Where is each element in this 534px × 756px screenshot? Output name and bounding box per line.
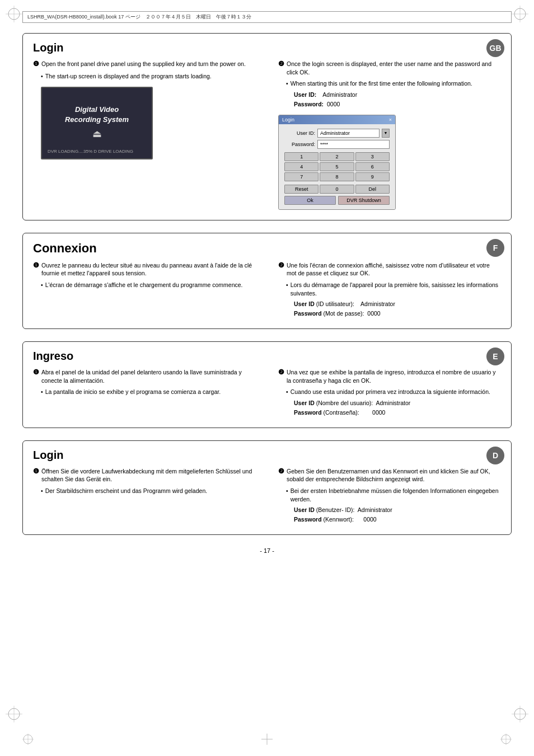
section-title-connexion-f: Connexion F (33, 241, 501, 256)
dvr-loading-bar: DVR LOADING....35% D DRIVE LOADING (48, 149, 146, 154)
step1-login-gb: ❶ Open the front panel drive panel using… (33, 60, 256, 69)
lang-badge-e: E (486, 348, 504, 365)
col-right-login-gb: ❷ Once the login screen is displayed, en… (273, 60, 501, 210)
login-dialog: Login × User ID: Administrator ▼ Passwo (278, 115, 396, 210)
bullet-dot-right: • (286, 79, 288, 88)
login-userid-row: User ID: Administrator ▼ (284, 129, 390, 138)
step2-num-d: ❷ (278, 467, 284, 483)
bullet-dot: • (41, 72, 43, 81)
login-userid-dropdown[interactable]: ▼ (382, 129, 390, 138)
numpad-2[interactable]: 2 (320, 152, 354, 161)
step1-text-ingreso: Abra el panel de la unidad del panel del… (41, 368, 256, 384)
info-userid-ingreso: User ID (Nombre del usuario): Administra… (294, 398, 501, 408)
step2-ingreso: ❷ Una vez que se exhibe la pantalla de i… (278, 368, 501, 384)
bullet1-ingreso-text: La pantalla de inicio se exhibe y el pro… (45, 388, 221, 396)
bullet1-right-ingreso-text: Cuando use esta unidad por primera vez i… (291, 388, 490, 396)
reg-mark-tl (6, 6, 22, 22)
dvr-screen-title: Digital Video Recording System (65, 105, 129, 125)
lang-badge-gb: GB (486, 39, 504, 57)
step1-text-d: Öffnen Sie die vordere Laufwerkabdeckung… (41, 467, 256, 483)
login-ok-button[interactable]: Ok (284, 196, 336, 205)
step2-num-ingreso: ❷ (278, 368, 284, 384)
numpad-5[interactable]: 5 (320, 162, 354, 171)
step2-text-ingreso: Una vez que se exhibe la pantalla de ing… (287, 368, 501, 384)
reg-mark-br (512, 706, 528, 722)
numpad-4[interactable]: 4 (284, 162, 318, 171)
page-number: - 17 - (22, 547, 512, 554)
info-userid-gb: User ID: Administrator (294, 90, 501, 100)
bullet1-right-ingreso: • Cuando use esta unidad por primera vez… (286, 388, 501, 396)
login-password-field[interactable]: **** (317, 140, 390, 149)
login-bottom-buttons: Ok DVR Shutdown (284, 196, 390, 205)
login-userid-label: User ID: (284, 130, 315, 136)
bullet1-right-d-text: Bei der ersten Inbetriebnahme müssen die… (291, 487, 501, 503)
login-password-row: Password: **** (284, 140, 390, 149)
step1-login-d: ❶ Öffnen Sie die vordere Laufwerkabdecku… (33, 467, 256, 483)
numpad-del[interactable]: Del (355, 185, 390, 194)
col-right-connexion: ❷ Une fois l'écran de connexion affiché,… (273, 261, 501, 318)
login-dialog-body: User ID: Administrator ▼ Password: **** (279, 124, 395, 209)
lang-badge-f: F (486, 239, 504, 257)
section-title-ingreso-e: Ingreso E (33, 350, 501, 363)
step2-connexion: ❷ Une fois l'écran de connexion affiché,… (278, 261, 501, 278)
login-userid-field[interactable]: Administrator (317, 129, 380, 138)
bullet1-right-login-d: • Bei der ersten Inbetriebnahme müssen d… (286, 487, 501, 503)
bottom-reg-area (0, 734, 534, 745)
step1-connexion: ❶ Ouvrez le panneau du lecteur situé au … (33, 261, 256, 278)
numpad-0[interactable]: 0 (320, 185, 354, 194)
step2-num-connexion: ❷ (278, 261, 284, 278)
numpad: 1 2 3 4 5 6 7 8 9 (284, 152, 390, 181)
step2-text-connexion: Une fois l'écran de connexion affiché, s… (287, 261, 501, 278)
numpad-3[interactable]: 3 (355, 152, 390, 161)
section-login-d: Login D ❶ Öffnen Sie die vordere Laufwer… (22, 440, 512, 535)
login-dialog-title: Login (282, 117, 294, 123)
step2-text: Once the login screen is displayed, ente… (287, 60, 501, 76)
bullet1-right-connexion: • Lors du démarrage de l'appareil pour l… (286, 281, 501, 297)
bottom-right-cross (500, 734, 512, 745)
numpad-8[interactable]: 8 (320, 172, 354, 181)
section-title-login-d: Login D (33, 449, 501, 462)
info-password-connexion: Password (Mot de passe): 0000 (294, 309, 501, 318)
section-ingreso-e: Ingreso E ❶ Abra el panel de la unidad d… (22, 341, 512, 428)
col-right-ingreso: ❷ Una vez que se exhibe la pantalla de i… (273, 368, 501, 417)
info-userid-d: User ID (Benutzer- ID): Administrator (294, 505, 501, 515)
info-userid-connexion: User ID (ID utilisateur): Administrator (294, 299, 501, 309)
dvr-screen: Digital Video Recording System ⏏ DVR LOA… (41, 87, 153, 159)
reg-mark-tr (512, 6, 528, 22)
reg-mark-bl (6, 706, 22, 722)
step2-login-d: ❷ Geben Sie den Benutzernamen und das Ke… (278, 467, 501, 483)
bottom-center-cross (261, 734, 273, 745)
bullet1-ingreso: • La pantalla de inicio se exhibe y el p… (41, 388, 256, 396)
step1-num-connexion: ❶ (33, 261, 39, 278)
col-left-connexion: ❶ Ouvrez le panneau du lecteur situé au … (33, 261, 261, 318)
info-password-d: Password (Kennwort): 0000 (294, 515, 501, 524)
step2-num: ❷ (278, 59, 284, 76)
numpad-reset[interactable]: Reset (284, 185, 318, 194)
numpad-6[interactable]: 6 (355, 162, 390, 171)
numpad-9[interactable]: 9 (355, 172, 390, 181)
numpad-1[interactable]: 1 (284, 152, 318, 161)
step2-text-d: Geben Sie den Benutzernamen und das Kenn… (287, 467, 501, 483)
step1-text: Open the front panel drive panel using t… (41, 60, 246, 69)
dvr-icon: ⏏ (92, 128, 102, 140)
header-text: LSHRB_WA(DSR-HB8000_install).book 17 ページ… (27, 13, 251, 21)
login-dialog-titlebar: Login × (279, 115, 395, 124)
bullet1-d-text: Der Starbildschirm erscheint und das Pro… (45, 487, 207, 495)
numpad-7[interactable]: 7 (284, 172, 318, 181)
login-shutdown-button[interactable]: DVR Shutdown (338, 196, 390, 205)
bullet1-login-d: • Der Starbildschirm erscheint und das P… (41, 487, 256, 495)
col-left-login-gb: ❶ Open the front panel drive panel using… (33, 60, 261, 210)
step1-ingreso: ❶ Abra el panel de la unidad del panel d… (33, 368, 256, 384)
section-login-gb: Login GB ❶ Open the front panel drive pa… (22, 33, 512, 220)
step1-num: ❶ (33, 59, 39, 69)
bullet1-connexion-text: L'écran de démarrage s'affiche et le cha… (45, 281, 243, 289)
header-bar: LSHRB_WA(DSR-HB8000_install).book 17 ページ… (22, 11, 512, 23)
lang-badge-d: D (486, 447, 504, 464)
section-content-login-d: ❶ Öffnen Sie die vordere Laufwerkabdecku… (33, 467, 501, 524)
login-dialog-close[interactable]: × (389, 117, 392, 123)
info-password-gb: Password: 0000 (294, 100, 501, 109)
step1-num-d: ❶ (33, 467, 39, 483)
bullet1-connexion: • L'écran de démarrage s'affiche et le c… (41, 281, 256, 289)
bullet1-right-login-gb: • When starting this unit for the first … (286, 79, 501, 88)
step1-num-ingreso: ❶ (33, 368, 39, 384)
